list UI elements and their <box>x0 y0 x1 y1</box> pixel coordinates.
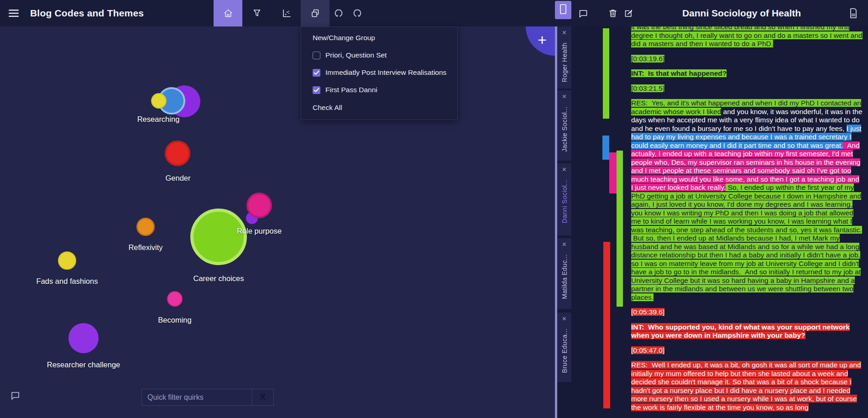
tab-label: Danni Sociol... <box>561 179 568 223</box>
menu-item-check-all[interactable]: Check All <box>313 104 457 112</box>
quirk-label: Fads and fashions <box>37 277 98 286</box>
quirk-bubble-reflexivity-orange[interactable] <box>136 218 155 236</box>
plus-icon: + <box>538 32 547 47</box>
transcript-paragraph: [0:03:21.5] <box>631 84 863 93</box>
coding-stripe <box>603 242 610 408</box>
chart-view-button[interactable] <box>274 0 299 26</box>
source-doc-icon <box>848 7 859 19</box>
transcript-paragraph: [0:03:19.6] <box>631 55 863 63</box>
comment-button[interactable] <box>570 0 596 26</box>
menu-checkbox-list: Priori, Question SetImmediatly Post Inte… <box>301 51 457 94</box>
add-quirk-button[interactable]: + <box>526 26 555 56</box>
source-title: Danni Sociology of Health <box>648 0 835 26</box>
menu-item-new-change-group[interactable]: New/Change Group <box>301 27 457 42</box>
transcript-paragraph: INT: Is that what happened? <box>631 69 863 78</box>
quirk-bubble-role-purpose-pink[interactable] <box>246 193 272 218</box>
highlighted-text-green: [0:03:21.5] <box>631 84 664 92</box>
canvas-comment-icon[interactable] <box>11 392 20 402</box>
document-icon <box>558 3 568 17</box>
quirk-bubble-fads-yellow[interactable] <box>58 251 76 270</box>
quirk-bubble-gender-red[interactable] <box>165 141 190 166</box>
source-tab-matilda-educ-[interactable]: ✕Matilda Educ... <box>557 238 571 309</box>
quirk-bubble-becoming-pink[interactable] <box>167 291 183 307</box>
comment-icon <box>578 8 589 19</box>
menu-checkbox-label: First Pass Danni <box>325 86 377 94</box>
highlighted-text-red: [0:05:39.6] <box>631 308 664 316</box>
coding-stripe <box>617 151 623 307</box>
tab-close-icon[interactable]: ✕ <box>562 241 567 247</box>
coding-stripe <box>602 136 609 160</box>
tab-close-icon[interactable]: ✕ <box>562 30 567 36</box>
filter-funnel-icon <box>251 8 262 19</box>
transcript-paragraph: INT: Who supported you, kind of what was… <box>631 323 863 340</box>
transcript-paragraph: RES: Yes, and it's what happened and whe… <box>631 99 863 302</box>
quirk-label: Gender <box>165 174 190 183</box>
home-icon <box>223 8 234 19</box>
tab-label: Jackie Sociol... <box>561 106 568 152</box>
highlighted-text-red: INT: Who supported you, kind of what was… <box>631 323 850 340</box>
tab-close-icon[interactable]: ✕ <box>562 167 567 172</box>
menu-checkbox-label: Immediatly Post Interview Realisations <box>325 68 446 77</box>
quirk-label: Career choices <box>193 274 244 283</box>
transcript-panel: it was the best thing since sliced bread… <box>571 26 868 418</box>
quirk-label: Becoming <box>158 316 191 324</box>
source-tab-bruce-educa-[interactable]: ✕Bruce Educa... <box>557 313 571 382</box>
group-copy-icon <box>310 8 321 19</box>
home-button[interactable] <box>214 0 242 26</box>
highlighted-text-green: INT: Is that what happened? <box>631 69 727 77</box>
tab-close-icon[interactable]: ✕ <box>562 94 567 99</box>
scatter-chart-icon <box>281 8 292 19</box>
quirk-label: Researcher challenge <box>47 361 120 369</box>
quirk-bubble-researching-yellow[interactable] <box>151 93 167 109</box>
highlighted-text-green: So, I ended up within the first year of … <box>631 183 862 301</box>
group-dropdown-menu: New/Change Group Priori, Question SetImm… <box>301 26 458 120</box>
document-view-button[interactable] <box>555 1 571 19</box>
transcript-paragraph: RES: Well I ended up, it was a bit, oh g… <box>631 361 863 412</box>
group-button[interactable] <box>301 0 329 26</box>
toolbar: Blog Codes and Themes Danni Sociology of… <box>0 0 868 26</box>
checkbox-checked-icon[interactable] <box>313 86 320 94</box>
menu-checkbox-item-2[interactable]: First Pass Danni <box>313 86 457 94</box>
checkbox-checked-icon[interactable] <box>313 69 320 77</box>
coding-stripe <box>609 152 617 193</box>
source-properties-button[interactable] <box>842 0 865 26</box>
source-tab-jackie-sociol-[interactable]: ✕Jackie Sociol... <box>557 90 571 161</box>
menu-checkbox-item-0[interactable]: Priori, Question Set <box>313 51 457 59</box>
undo-icon <box>333 8 344 19</box>
quirk-label: Role purpose <box>237 227 282 235</box>
quirk-bubble-researcher-challenge-purple[interactable] <box>68 323 99 353</box>
page-title: Blog Codes and Themes <box>30 0 144 26</box>
quirk-bubble-career-choices-green[interactable] <box>190 209 247 265</box>
edit-button[interactable] <box>617 0 640 26</box>
quirk-label: Researching <box>137 115 180 124</box>
coding-stripe <box>603 28 609 119</box>
checkbox-unchecked-icon[interactable] <box>313 52 320 59</box>
redo-icon <box>352 8 363 19</box>
quick-filter-clear-button[interactable]: X <box>252 389 273 405</box>
quick-filter-input[interactable] <box>142 389 252 405</box>
transcript-paragraph: [0:05:39.6] <box>631 308 863 317</box>
highlighted-text-red: RES: Well I ended up, it was a bit, oh g… <box>631 361 861 411</box>
menu-checkbox-item-1[interactable]: Immediatly Post Interview Realisations <box>313 68 457 77</box>
quirk-label: Reflexivity <box>128 243 162 252</box>
highlighted-text-red: [0:05:47.0] <box>631 346 664 354</box>
tab-label: Matilda Educ... <box>561 254 568 299</box>
transcript-text[interactable]: it was the best thing since sliced bread… <box>631 26 863 418</box>
quick-filter-bar: X <box>141 389 274 406</box>
transcript-paragraph: [0:05:47.0] <box>631 346 863 355</box>
source-tab-danni-sociol-[interactable]: ✕Danni Sociol... <box>557 163 571 235</box>
filter-button[interactable] <box>244 0 270 26</box>
redo-button[interactable] <box>345 0 369 26</box>
source-tab-strip: ✕Roger Health✕Jackie Sociol...✕Danni Soc… <box>557 26 571 418</box>
menu-checkbox-label: Priori, Question Set <box>325 51 387 59</box>
highlighted-text-green: [0:03:19.6] <box>631 55 664 63</box>
tab-close-icon[interactable]: ✕ <box>562 316 567 322</box>
panel-divider[interactable] <box>555 26 557 418</box>
hamburger-menu-icon[interactable] <box>5 0 23 26</box>
edit-icon <box>623 8 634 19</box>
source-tab-roger-health[interactable]: ✕Roger Health <box>557 26 571 89</box>
transcript-paragraph: it was the best thing since sliced bread… <box>631 26 863 48</box>
highlighted-text-green: it was the best thing since sliced bread… <box>631 26 863 47</box>
tab-label: Roger Health <box>561 42 568 82</box>
tab-label: Bruce Educa... <box>561 329 568 373</box>
